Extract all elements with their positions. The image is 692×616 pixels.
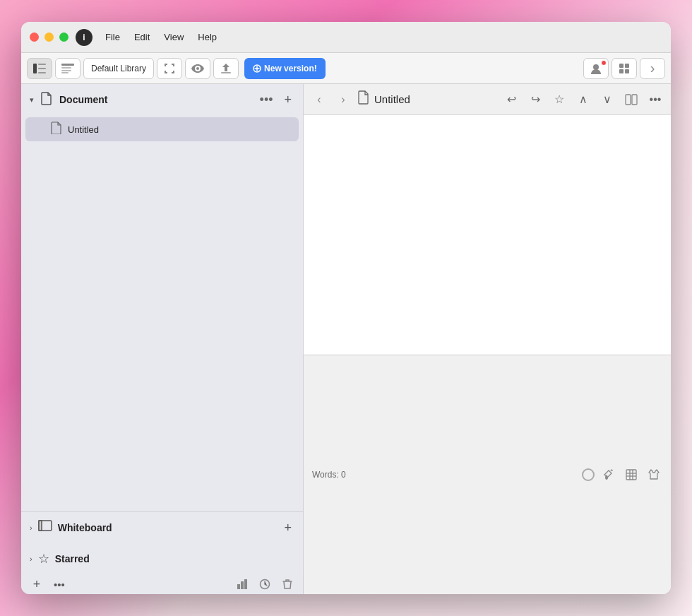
collapse-down-button[interactable]: ∨ bbox=[597, 90, 617, 109]
sync-indicator bbox=[582, 468, 595, 481]
sidebar-status-tools: + ••• bbox=[21, 574, 304, 594]
menu-help[interactable]: Help bbox=[192, 29, 222, 45]
whiteboard-toggle-icon: › bbox=[30, 523, 32, 532]
document-toggle-icon: ▾ bbox=[30, 95, 34, 105]
document-section: ▾ Document ••• + bbox=[21, 84, 303, 511]
menu-bar: File Edit View Help bbox=[100, 29, 222, 45]
split-button[interactable] bbox=[621, 90, 641, 109]
undo-icon: ↩ bbox=[507, 93, 516, 106]
forward-button[interactable]: › bbox=[333, 90, 353, 109]
chart-icon bbox=[237, 579, 248, 590]
svg-point-10 bbox=[593, 64, 599, 70]
upload-button[interactable] bbox=[213, 58, 239, 79]
star-button[interactable]: ☆ bbox=[549, 90, 569, 109]
focus-icon bbox=[164, 63, 175, 74]
more-editor-button[interactable]: ••• bbox=[645, 90, 665, 109]
focus-button[interactable] bbox=[157, 58, 182, 79]
svg-rect-17 bbox=[237, 584, 240, 589]
svg-rect-0 bbox=[33, 64, 37, 73]
svg-rect-13 bbox=[619, 69, 624, 73]
main-content: ▾ Document ••• + bbox=[21, 84, 671, 594]
collapse-up-button[interactable]: ∧ bbox=[573, 90, 593, 109]
theme-button[interactable] bbox=[645, 466, 662, 483]
table-button[interactable] bbox=[623, 466, 640, 483]
sidebar: ▾ Document ••• + bbox=[21, 84, 304, 594]
menu-file[interactable]: File bbox=[100, 29, 126, 45]
sidebar-toggle-button[interactable] bbox=[27, 58, 52, 79]
back-icon: ‹ bbox=[317, 93, 321, 106]
document-item-label: Untitled bbox=[68, 124, 99, 135]
grid-icon bbox=[619, 63, 630, 74]
document-section-title: Document bbox=[59, 94, 251, 105]
split-icon bbox=[625, 94, 638, 105]
library-label: Default Library bbox=[91, 64, 146, 73]
whiteboard-section-icon bbox=[38, 519, 52, 537]
new-version-label: New version! bbox=[264, 64, 317, 73]
forward-icon: › bbox=[341, 93, 345, 106]
notification-badge bbox=[601, 60, 607, 66]
starred-toggle-icon: › bbox=[30, 555, 32, 563]
new-version-button[interactable]: New version! bbox=[244, 58, 326, 79]
document-add-button[interactable]: + bbox=[281, 91, 294, 109]
document-section-header[interactable]: ▾ Document ••• + bbox=[21, 84, 303, 115]
redo-button[interactable]: ↪ bbox=[525, 90, 545, 109]
editor-doc-icon bbox=[357, 90, 370, 108]
whiteboard-add-button[interactable]: + bbox=[281, 519, 294, 537]
avatar-button[interactable] bbox=[583, 58, 609, 79]
add-item-button[interactable]: + bbox=[27, 574, 47, 594]
app-icon: i bbox=[76, 29, 93, 46]
svg-rect-7 bbox=[61, 72, 68, 73]
starred-section-icon: ☆ bbox=[38, 551, 49, 567]
minimize-button[interactable] bbox=[44, 32, 54, 42]
eye-button[interactable] bbox=[185, 58, 210, 79]
svg-rect-6 bbox=[61, 70, 71, 71]
menu-edit[interactable]: Edit bbox=[129, 29, 155, 45]
clock-icon bbox=[259, 579, 270, 590]
svg-rect-4 bbox=[61, 64, 74, 66]
word-count: Words: 0 bbox=[312, 470, 576, 480]
table-icon bbox=[626, 469, 637, 480]
document-item-untitled[interactable]: Untitled bbox=[25, 117, 299, 141]
star-icon: ☆ bbox=[554, 93, 564, 106]
stats-button[interactable] bbox=[232, 574, 252, 594]
clock-button[interactable] bbox=[255, 574, 275, 594]
svg-rect-8 bbox=[221, 72, 231, 73]
svg-rect-16 bbox=[39, 521, 42, 531]
more-icon: ••• bbox=[650, 93, 662, 106]
paint-icon bbox=[604, 469, 614, 480]
undo-button[interactable]: ↩ bbox=[501, 90, 521, 109]
editor-body[interactable] bbox=[304, 115, 671, 355]
svg-rect-11 bbox=[619, 64, 624, 68]
document-item-icon bbox=[51, 122, 62, 137]
sidebar-icon bbox=[33, 64, 46, 73]
collapse-down-icon: ∨ bbox=[603, 93, 612, 106]
menu-view[interactable]: View bbox=[158, 29, 189, 45]
more-toolbar-button[interactable]: › bbox=[640, 58, 665, 79]
library-button[interactable]: Default Library bbox=[83, 58, 154, 79]
outline-button[interactable] bbox=[55, 58, 80, 79]
document-more-button[interactable]: ••• bbox=[257, 91, 276, 109]
more-sidebar-button[interactable]: ••• bbox=[49, 574, 69, 594]
svg-rect-2 bbox=[38, 68, 46, 69]
shirt-icon bbox=[648, 469, 660, 480]
redo-icon: ↪ bbox=[531, 93, 540, 106]
editor-title: Untitled bbox=[374, 93, 497, 105]
file-icon bbox=[51, 122, 62, 134]
trash-icon bbox=[282, 579, 292, 590]
trash-button[interactable] bbox=[278, 574, 297, 594]
grid-button[interactable] bbox=[612, 58, 637, 79]
paint-button[interactable] bbox=[600, 466, 617, 483]
close-button[interactable] bbox=[30, 32, 39, 42]
maximize-button[interactable] bbox=[59, 32, 68, 42]
document-section-icon bbox=[40, 91, 54, 109]
sidebar-bottom-sections: › Whiteboard + › ☆ Starred bbox=[21, 511, 303, 574]
upload-icon bbox=[220, 63, 232, 74]
svg-rect-21 bbox=[626, 95, 631, 105]
svg-rect-14 bbox=[625, 69, 629, 73]
back-button[interactable]: ‹ bbox=[309, 90, 329, 109]
editor-header: ‹ › Untitled ↩ ↪ bbox=[304, 84, 671, 115]
starred-section-title: Starred bbox=[55, 553, 294, 564]
collapse-up-icon: ∧ bbox=[579, 93, 587, 106]
starred-section-header[interactable]: › ☆ Starred bbox=[21, 543, 303, 574]
whiteboard-section-header[interactable]: › Whiteboard + bbox=[21, 512, 303, 543]
